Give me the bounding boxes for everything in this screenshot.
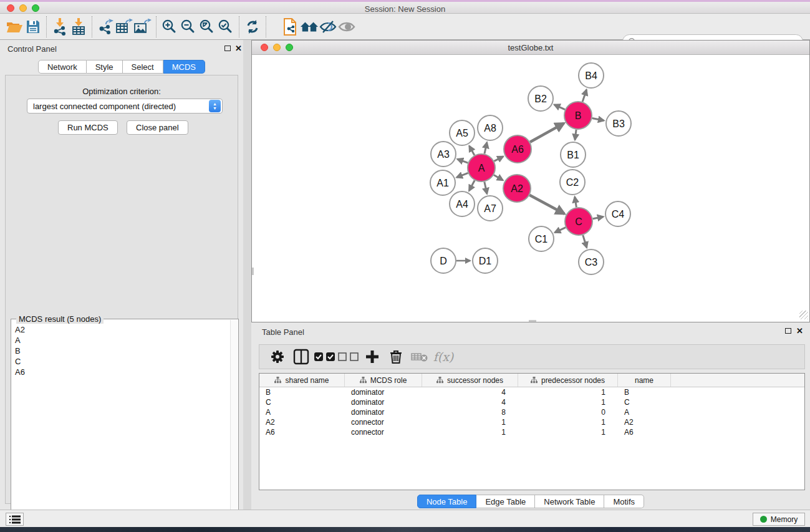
graph-node-A3[interactable]: A3 — [431, 142, 456, 167]
mcds-result-item[interactable]: A — [12, 335, 229, 346]
table-cell[interactable]: connector — [345, 427, 422, 437]
mcds-result-item[interactable]: C — [12, 356, 229, 367]
table-cell[interactable]: dominator — [345, 397, 422, 407]
edge-B-B2[interactable] — [554, 105, 565, 110]
import-table-icon[interactable] — [69, 17, 88, 36]
graph-node-A7[interactable]: A7 — [478, 196, 503, 221]
tab-network[interactable]: Network — [38, 60, 87, 74]
column-header-successor-nodes[interactable]: successor nodes — [422, 374, 518, 387]
table-row[interactable]: Cdominator41C — [259, 397, 804, 407]
tab-style[interactable]: Style — [87, 60, 123, 74]
table-cell[interactable]: 0 — [518, 407, 618, 417]
table-cell[interactable]: 1 — [518, 397, 618, 407]
graph-node-C2[interactable]: C2 — [560, 170, 585, 195]
graph-node-D[interactable]: D — [431, 248, 456, 273]
export-image-icon[interactable] — [133, 17, 152, 36]
save-session-icon[interactable] — [24, 17, 42, 36]
edge-A-A1[interactable] — [456, 173, 468, 177]
close-panel-button[interactable]: Close panel — [127, 120, 188, 135]
graph-node-A1[interactable]: A1 — [430, 170, 455, 195]
edge-A-A7[interactable] — [485, 181, 487, 193]
delete-table-icon[interactable] — [408, 347, 432, 366]
graph-node-B1[interactable]: B1 — [561, 142, 586, 167]
add-column-icon[interactable] — [360, 347, 384, 366]
table-cell[interactable]: 1 — [422, 417, 518, 427]
network-from-file-icon[interactable] — [281, 17, 300, 36]
table-cell[interactable]: C — [259, 397, 345, 407]
tab-mcds[interactable]: MCDS — [163, 60, 205, 74]
table-body[interactable]: Bdominator41BCdominator41CAdominator80AA… — [259, 387, 804, 437]
table-cell[interactable]: 1 — [518, 417, 618, 427]
graph-node-A2[interactable]: A2 — [503, 175, 531, 202]
edge-A-A8[interactable] — [485, 142, 487, 153]
graph-node-C1[interactable]: C1 — [529, 226, 554, 251]
table-cell[interactable]: dominator — [345, 387, 422, 397]
graph-node-C4[interactable]: C4 — [605, 201, 630, 226]
mcds-result-list[interactable]: A2ABCA6 — [12, 324, 229, 377]
hide-panels-icon[interactable] — [319, 17, 337, 36]
open-file-icon[interactable] — [5, 17, 24, 36]
network-window-titlebar[interactable]: testGlobe.txt — [252, 41, 809, 55]
export-network-icon[interactable] — [96, 17, 115, 36]
edge-B-B3[interactable] — [592, 118, 604, 121]
edge-B-B4[interactable] — [582, 90, 586, 102]
table-row[interactable]: Adominator80A — [259, 407, 804, 417]
column-header-predecessor-nodes[interactable]: predecessor nodes — [518, 374, 618, 387]
memory-button[interactable]: Memory — [753, 513, 805, 526]
edge-C-C1[interactable] — [555, 228, 566, 233]
network-graph-canvas[interactable]: B4B2BB3B1A5A8A6A3AA1A2A4A7C2CC4C1C3DD1 — [252, 55, 809, 322]
graph-node-C[interactable]: C — [565, 208, 592, 235]
edge-A-A3[interactable] — [458, 159, 468, 163]
mcds-result-item[interactable]: A2 — [12, 324, 229, 335]
table-cell[interactable]: B — [259, 387, 345, 397]
graph-node-B3[interactable]: B3 — [606, 111, 631, 136]
table-cell[interactable]: A — [259, 407, 345, 417]
split-columns-icon[interactable] — [289, 347, 313, 366]
tab-edge-table[interactable]: Edge Table — [476, 495, 535, 508]
column-header-name[interactable]: name — [618, 374, 671, 387]
edge-B-B1[interactable] — [575, 130, 576, 140]
edge-A6-B[interactable] — [530, 123, 564, 142]
edge-C-C3[interactable] — [583, 235, 587, 248]
table-cell[interactable]: B — [618, 387, 671, 397]
table-cell[interactable]: 1 — [518, 387, 618, 397]
graph-node-D1[interactable]: D1 — [473, 248, 498, 273]
refresh-icon[interactable] — [243, 17, 262, 36]
table-cell[interactable]: 8 — [422, 407, 518, 417]
zoom-out-icon[interactable] — [179, 17, 198, 36]
select-all-checkboxes-icon[interactable] — [313, 347, 337, 366]
edge-A-A6[interactable] — [494, 157, 503, 161]
mcds-result-item[interactable]: B — [12, 346, 229, 356]
column-header-shared-name[interactable]: shared name — [259, 374, 345, 387]
graph-node-B4[interactable]: B4 — [579, 63, 604, 88]
scrollbar[interactable] — [230, 320, 238, 532]
table-cell[interactable]: A2 — [618, 417, 671, 427]
table-cell[interactable]: A6 — [618, 427, 671, 437]
table-cell[interactable]: A2 — [259, 417, 345, 427]
show-panels-icon[interactable] — [337, 17, 356, 36]
tab-node-table[interactable]: Node Table — [417, 495, 477, 508]
tab-network-table[interactable]: Network Table — [535, 495, 604, 508]
table-cell[interactable]: 4 — [422, 397, 518, 407]
table-cell[interactable]: A — [618, 407, 671, 417]
graph-node-A5[interactable]: A5 — [450, 120, 475, 145]
task-history-button[interactable] — [6, 513, 24, 526]
edge-A-A2[interactable] — [494, 175, 503, 180]
delete-columns-icon[interactable] — [384, 347, 408, 366]
graph-node-A4[interactable]: A4 — [450, 191, 475, 216]
gear-icon[interactable] — [266, 347, 289, 366]
float-panel-icon[interactable] — [785, 328, 791, 334]
tab-motifs[interactable]: Motifs — [604, 495, 644, 508]
table-row[interactable]: A2connector11A2 — [259, 417, 804, 427]
home-icon[interactable] — [300, 17, 319, 36]
table-cell[interactable]: A6 — [259, 427, 345, 437]
graph-node-C3[interactable]: C3 — [579, 249, 604, 274]
table-row[interactable]: Bdominator41B — [259, 387, 804, 397]
zoom-fit-icon[interactable] — [198, 17, 216, 36]
close-panel-icon[interactable]: ✕ — [235, 44, 242, 53]
graph-node-B2[interactable]: B2 — [528, 86, 553, 111]
edge-C-C4[interactable] — [593, 216, 604, 218]
table-cell[interactable]: 4 — [422, 387, 518, 397]
column-header-MCDS-role[interactable]: MCDS role — [345, 374, 422, 387]
zoom-selected-icon[interactable] — [216, 17, 235, 36]
